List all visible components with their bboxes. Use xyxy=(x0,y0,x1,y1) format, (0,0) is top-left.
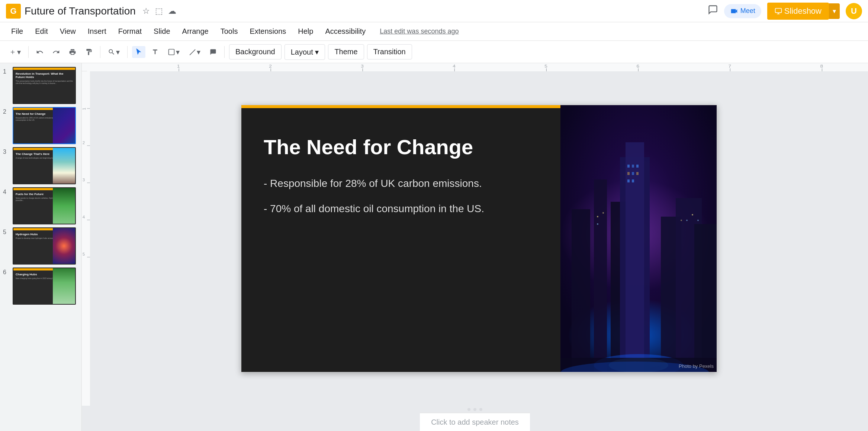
slide-thumb-1[interactable]: Revolution in Transport: What the Future… xyxy=(13,67,76,104)
slide-item-1[interactable]: 1 Revolution in Transport: What the Futu… xyxy=(3,67,78,104)
svg-point-53 xyxy=(597,216,598,217)
slide-thumb-2[interactable]: The Need for Change Responsible for 28% … xyxy=(13,107,76,144)
last-edit-status: Last edit was seconds ago xyxy=(380,27,459,35)
svg-rect-43 xyxy=(636,172,639,175)
google-logo[interactable]: G xyxy=(6,4,21,19)
slide-thumb-3[interactable]: The Change That's Here A range of new te… xyxy=(13,147,76,184)
slide-content[interactable]: The Need for Change - Responsible for 28… xyxy=(241,105,717,372)
slideshow-button[interactable]: Slideshow xyxy=(767,3,829,20)
slide-item-5[interactable]: 5 Hydrogen Hubs Project to develop new h… xyxy=(3,227,78,265)
slide-heading: The Need for Change xyxy=(264,135,538,159)
slide-number-1: 1 xyxy=(3,67,10,75)
menu-file[interactable]: File xyxy=(6,25,28,38)
slide-6-image xyxy=(53,268,75,304)
slide-number-4: 4 xyxy=(3,187,10,195)
svg-text:2: 2 xyxy=(269,64,272,68)
menu-extensions[interactable]: Extensions xyxy=(244,25,291,38)
slide-2-image xyxy=(53,108,75,143)
menu-bar: File Edit View Insert Format Slide Arran… xyxy=(0,22,868,41)
svg-text:6: 6 xyxy=(636,64,639,68)
zoom-dropdown-icon: ▾ xyxy=(116,48,120,56)
add-icon: ＋ xyxy=(9,47,16,57)
meet-button[interactable]: Meet xyxy=(724,4,761,18)
svg-text:2: 2 xyxy=(83,140,85,145)
shape-dropdown-icon: ▾ xyxy=(176,48,180,56)
meet-label: Meet xyxy=(740,7,755,15)
layout-button[interactable]: Layout ▾ xyxy=(284,44,325,60)
redo-button[interactable] xyxy=(49,46,63,58)
svg-point-57 xyxy=(692,214,693,216)
slide-number-6: 6 xyxy=(3,268,10,276)
cursor-tool-button[interactable] xyxy=(132,46,145,58)
slide-item-6[interactable]: 6 Charging Hubs New charging hubs going … xyxy=(3,268,78,305)
slide-5-image xyxy=(53,228,75,264)
cloud-icon[interactable]: ☁ xyxy=(168,6,176,16)
svg-rect-39 xyxy=(632,165,634,168)
svg-rect-1 xyxy=(169,49,174,55)
star-icon[interactable]: ☆ xyxy=(142,6,150,16)
slide-thumb-6[interactable]: Charging Hubs New charging hubs going li… xyxy=(13,268,76,305)
user-avatar[interactable]: U xyxy=(846,3,862,19)
speaker-notes-placeholder[interactable]: Click to add speaker notes xyxy=(431,418,519,427)
title-right: Meet Slideshow ▾ U xyxy=(708,3,862,20)
notes-dot-3 xyxy=(479,408,482,411)
paint-format-button[interactable] xyxy=(82,46,96,58)
slide-item-4[interactable]: 4 Fuels for the Future Solar panels to c… xyxy=(3,187,78,224)
slide-bullet-1: - Responsible for 28% of UK carbon emiss… xyxy=(264,178,538,189)
menu-slide[interactable]: Slide xyxy=(148,25,175,38)
slide-thumb-5[interactable]: Hydrogen Hubs Project to develop new hyd… xyxy=(13,227,76,265)
slide-number-3: 3 xyxy=(3,147,10,155)
svg-text:8: 8 xyxy=(820,64,823,68)
svg-rect-48 xyxy=(694,224,717,372)
print-button[interactable] xyxy=(66,46,79,58)
svg-text:5: 5 xyxy=(544,64,547,68)
slide-canvas[interactable]: The Need for Change - Responsible for 28… xyxy=(90,71,868,406)
toolbar-separator-4 xyxy=(224,46,225,58)
svg-rect-38 xyxy=(627,165,630,168)
menu-accessibility[interactable]: Accessibility xyxy=(320,25,371,38)
svg-rect-33 xyxy=(572,209,590,372)
svg-point-54 xyxy=(602,212,604,214)
toolbar-separator-2 xyxy=(100,46,100,58)
transition-button[interactable]: Transition xyxy=(367,44,412,59)
line-tool-button[interactable]: ▾ xyxy=(186,45,203,59)
ruler-left: 1 2 3 4 5 xyxy=(82,71,90,406)
svg-rect-42 xyxy=(632,172,634,175)
add-button[interactable]: ＋ ▾ xyxy=(6,45,24,59)
notes-dot-2 xyxy=(473,408,476,411)
toolbar: ＋ ▾ ▾ ▾ ▾ Background Layout ▾ Theme Tra xyxy=(0,41,868,63)
doc-title[interactable]: Future of Transportation xyxy=(25,5,136,17)
menu-tools[interactable]: Tools xyxy=(215,25,243,38)
menu-view[interactable]: View xyxy=(55,25,81,38)
comment-button[interactable] xyxy=(708,4,718,17)
svg-rect-19 xyxy=(82,71,90,406)
svg-text:4: 4 xyxy=(83,215,85,219)
notes-dot-1 xyxy=(467,408,470,411)
slide-item-3[interactable]: 3 The Change That's Here A range of new … xyxy=(3,147,78,184)
comment-insert-button[interactable] xyxy=(206,46,220,58)
menu-arrange[interactable]: Arrange xyxy=(177,25,214,38)
slideshow-dropdown-button[interactable]: ▾ xyxy=(829,3,840,19)
slide-item-2[interactable]: 2 The Need for Change Responsible for 28… xyxy=(3,107,78,144)
svg-text:3: 3 xyxy=(83,178,85,182)
line-dropdown-icon: ▾ xyxy=(197,48,200,56)
shape-tool-button[interactable]: ▾ xyxy=(165,45,183,59)
svg-rect-41 xyxy=(627,172,630,175)
svg-text:5: 5 xyxy=(83,252,85,256)
svg-rect-45 xyxy=(632,179,634,182)
menu-format[interactable]: Format xyxy=(113,25,147,38)
menu-help[interactable]: Help xyxy=(293,25,318,38)
folder-icon[interactable]: ⬚ xyxy=(155,6,163,16)
svg-text:7: 7 xyxy=(728,64,731,68)
background-button[interactable]: Background xyxy=(229,44,282,59)
menu-edit[interactable]: Edit xyxy=(30,25,53,38)
google-logo-letter: G xyxy=(10,6,16,16)
svg-rect-2 xyxy=(87,63,868,71)
menu-insert[interactable]: Insert xyxy=(83,25,112,38)
undo-button[interactable] xyxy=(33,46,46,58)
theme-button[interactable]: Theme xyxy=(328,44,364,59)
speaker-notes[interactable]: Click to add speaker notes xyxy=(420,413,530,431)
slide-thumb-4[interactable]: Fuels for the Future Solar panels to cha… xyxy=(13,187,76,224)
text-tool-button[interactable] xyxy=(148,46,162,58)
zoom-button[interactable]: ▾ xyxy=(105,45,123,59)
